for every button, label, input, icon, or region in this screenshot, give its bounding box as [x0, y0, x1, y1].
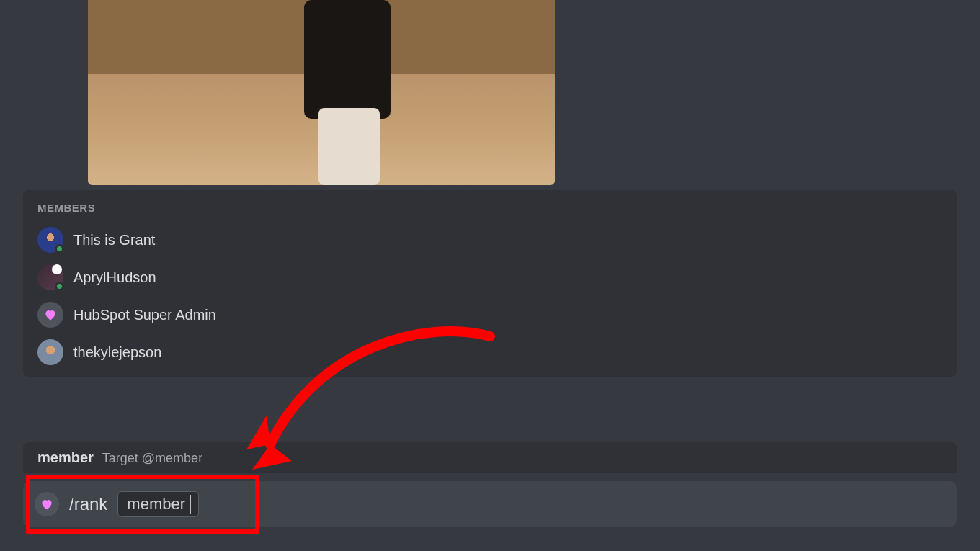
text-cursor [190, 495, 191, 514]
member-suggestion[interactable]: HubSpot Super Admin [23, 296, 957, 333]
image-figure [304, 0, 391, 119]
message-input-bar[interactable]: /rank member [23, 481, 957, 527]
message-image-attachment[interactable] [88, 0, 555, 185]
heart-icon [43, 308, 58, 322]
param-description: Target @member [102, 451, 202, 466]
command-bot-avatar [35, 492, 59, 516]
member-suggestion[interactable]: AprylHudson [23, 259, 957, 296]
heart-icon [40, 497, 54, 511]
param-input-pill[interactable]: member [117, 491, 199, 517]
command-param-hint: member Target @member [23, 442, 957, 473]
avatar-image [37, 302, 63, 328]
member-name: thekylejepson [74, 344, 161, 361]
autocomplete-popup: MEMBERS This is Grant AprylHudson HubSpo… [23, 190, 957, 377]
member-name: This is Grant [74, 232, 155, 248]
param-input-value: member [127, 495, 185, 514]
status-online-icon [55, 244, 64, 254]
status-online-icon [55, 282, 64, 291]
member-name: AprylHudson [74, 269, 156, 286]
image-figure [318, 108, 380, 185]
autocomplete-section-header: MEMBERS [23, 190, 957, 221]
member-suggestion[interactable]: This is Grant [23, 221, 957, 259]
avatar [37, 339, 63, 365]
member-suggestion[interactable]: thekylejepson [23, 333, 957, 371]
member-name: HubSpot Super Admin [74, 307, 216, 323]
command-text: /rank [69, 494, 107, 514]
avatar [37, 227, 63, 253]
avatar [37, 264, 63, 290]
avatar [37, 302, 63, 328]
avatar-image [37, 339, 63, 365]
param-name: member [37, 449, 94, 466]
